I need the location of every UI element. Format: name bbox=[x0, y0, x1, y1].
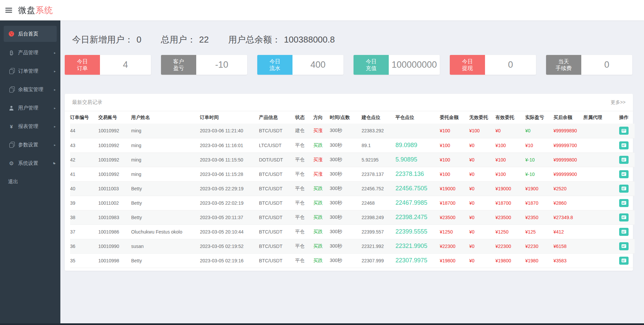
cell-agent bbox=[583, 181, 619, 196]
cell-operation bbox=[619, 253, 635, 268]
cell-entrust-amount: ¥100 bbox=[440, 167, 469, 181]
cell-order-time: 2023-03-05 02:19:52 bbox=[200, 239, 259, 253]
cell-status: 平仓 bbox=[295, 253, 313, 268]
cell-close-point: 5.90895 bbox=[395, 152, 440, 167]
more-link[interactable]: 更多>> bbox=[611, 100, 626, 106]
card-list-icon bbox=[622, 158, 626, 161]
dashboard-icon bbox=[9, 31, 14, 37]
card-list-icon bbox=[622, 187, 626, 190]
cell-order-id: 35 bbox=[70, 253, 98, 268]
cell-open-point: 22321.992 bbox=[362, 239, 395, 253]
sidebar-item-system[interactable]: 系统设置 bbox=[0, 154, 60, 173]
cell-close-point: 22467.9985 bbox=[395, 196, 440, 210]
cell-invalid-entrust: ¥0 bbox=[469, 253, 495, 268]
table-header-row: 订单编号 交易账号 用户姓名 订单时间 产品信息 状态 方向 时间/点数 建仓点… bbox=[70, 111, 635, 124]
cell-actual-pl: ¥0 bbox=[525, 124, 553, 138]
menu-toggle-icon[interactable] bbox=[5, 8, 12, 13]
view-order-button[interactable] bbox=[619, 127, 629, 135]
card-value: 400 bbox=[292, 55, 343, 75]
orders-copy-icon bbox=[10, 69, 13, 73]
card-today-deposit: 今日 充值 100000000 bbox=[354, 55, 440, 75]
cell-valid-entrust: ¥19800 bbox=[495, 253, 525, 268]
view-order-button[interactable] bbox=[619, 257, 629, 265]
cell-close-point: 22378.136 bbox=[395, 167, 440, 181]
col-close-point: 平仓点位 bbox=[395, 111, 440, 124]
cell-order-id: 39 bbox=[70, 196, 98, 210]
sidebar-item-users[interactable]: 用户管理 bbox=[0, 99, 60, 117]
sidebar-item-balance[interactable]: 余额宝管理 bbox=[0, 80, 60, 99]
sidebar-item-params[interactable]: 参数设置 bbox=[0, 136, 60, 154]
stat-new-users: 今日新增用户：0 bbox=[72, 34, 141, 46]
cell-duration: 300秒 bbox=[330, 239, 362, 253]
cell-direction: 买跌 bbox=[313, 138, 330, 152]
cell-account: 10010992 bbox=[98, 138, 131, 152]
sidebar-menu: 后台首页 产品管理 订单管理 余额宝管理 用户管理 bbox=[0, 20, 60, 191]
cell-valid-entrust: ¥23500 bbox=[495, 210, 525, 224]
cell-username: ming bbox=[131, 167, 200, 181]
cell-account: 10010986 bbox=[98, 224, 131, 239]
cell-status: 平仓 bbox=[295, 196, 313, 210]
cell-valid-entrust: ¥18700 bbox=[495, 196, 525, 210]
cell-duration: 300秒 bbox=[330, 152, 362, 167]
cell-status: 平仓 bbox=[295, 181, 313, 196]
cell-product: BTC/USDT bbox=[259, 124, 295, 138]
cell-balance-after: ¥6158 bbox=[553, 239, 583, 253]
cell-valid-entrust: ¥100 bbox=[495, 152, 525, 167]
view-order-button[interactable] bbox=[619, 170, 629, 178]
table-row: 4210010992ming2023-03-06 11:15:50DOT/USD… bbox=[70, 152, 635, 167]
view-order-button[interactable] bbox=[619, 242, 629, 250]
cell-operation bbox=[619, 138, 635, 152]
brand-text-red: 系统 bbox=[36, 5, 53, 15]
view-order-button[interactable] bbox=[619, 199, 629, 207]
sidebar-item-label: 退出 bbox=[8, 179, 18, 185]
cell-username: Betty bbox=[131, 196, 200, 210]
brand-logo: 微盘系统 bbox=[18, 5, 53, 16]
sidebar-item-reports[interactable]: 报表管理 bbox=[0, 117, 60, 136]
cell-balance-after: ¥3583 bbox=[553, 253, 583, 268]
view-order-button[interactable] bbox=[619, 228, 629, 236]
sidebar-item-orders[interactable]: 订单管理 bbox=[0, 62, 60, 80]
table-row: 4010011003Betty2023-03-05 22:29:19BTC/US… bbox=[70, 181, 635, 196]
top-header: 微盘系统 bbox=[0, 0, 644, 20]
col-account: 交易账号 bbox=[98, 111, 131, 124]
stat-label: 今日新增用户： bbox=[72, 35, 133, 45]
cell-order-time: 2023-03-06 11:21:40 bbox=[200, 124, 259, 138]
stat-value: 0 bbox=[137, 35, 141, 45]
view-order-button[interactable] bbox=[619, 141, 629, 149]
card-today-orders: 今日 订单 4 bbox=[65, 55, 151, 75]
table-row: 3710010986Oluchukwu Festus okolo2023-03-… bbox=[70, 224, 635, 239]
sidebar-item-logout[interactable]: 退出 bbox=[0, 173, 60, 191]
sidebar-item-home[interactable]: 后台首页 bbox=[4, 26, 57, 42]
cell-open-point: 22398.249 bbox=[362, 210, 395, 224]
sidebar-collapse-icon[interactable] bbox=[53, 160, 55, 165]
cell-invalid-entrust: ¥0 bbox=[469, 138, 495, 152]
cell-balance-after: ¥99999890 bbox=[553, 124, 583, 138]
view-order-button[interactable] bbox=[619, 185, 629, 193]
sidebar-item-products[interactable]: 产品管理 bbox=[0, 44, 60, 62]
cell-operation bbox=[619, 239, 635, 253]
chevron-right-icon bbox=[54, 106, 56, 110]
col-product: 产品信息 bbox=[259, 111, 295, 124]
cell-product: BTC/USDT bbox=[259, 181, 295, 196]
cell-open-point: 22399.557 bbox=[362, 224, 395, 239]
col-status: 状态 bbox=[295, 111, 313, 124]
view-order-button[interactable] bbox=[619, 156, 629, 164]
stat-total-users: 总用户：22 bbox=[161, 34, 209, 46]
cell-invalid-entrust: ¥0 bbox=[469, 196, 495, 210]
cell-username: Oluchukwu Festus okolo bbox=[131, 224, 200, 239]
view-order-button[interactable] bbox=[619, 213, 629, 221]
cell-status: 平仓 bbox=[295, 239, 313, 253]
chevron-right-icon bbox=[54, 69, 56, 73]
cell-agent bbox=[583, 210, 619, 224]
cell-agent bbox=[583, 138, 619, 152]
cell-order-time: 2023-03-06 11:15:50 bbox=[200, 152, 259, 167]
cell-close-point: 22456.7505 bbox=[395, 181, 440, 196]
cell-direction: 买涨 bbox=[313, 152, 330, 167]
cell-actual-pl: ¥125 bbox=[525, 224, 553, 239]
col-username: 用户姓名 bbox=[131, 111, 200, 124]
cell-account: 10010998 bbox=[98, 253, 131, 268]
cell-invalid-entrust: ¥0 bbox=[469, 181, 495, 196]
table-row: 4310010992ming2023-03-06 11:16:01LTC/USD… bbox=[70, 138, 635, 152]
cell-product: LTC/USDT bbox=[259, 138, 295, 152]
panel-title: 最新交易记录 bbox=[72, 99, 102, 106]
